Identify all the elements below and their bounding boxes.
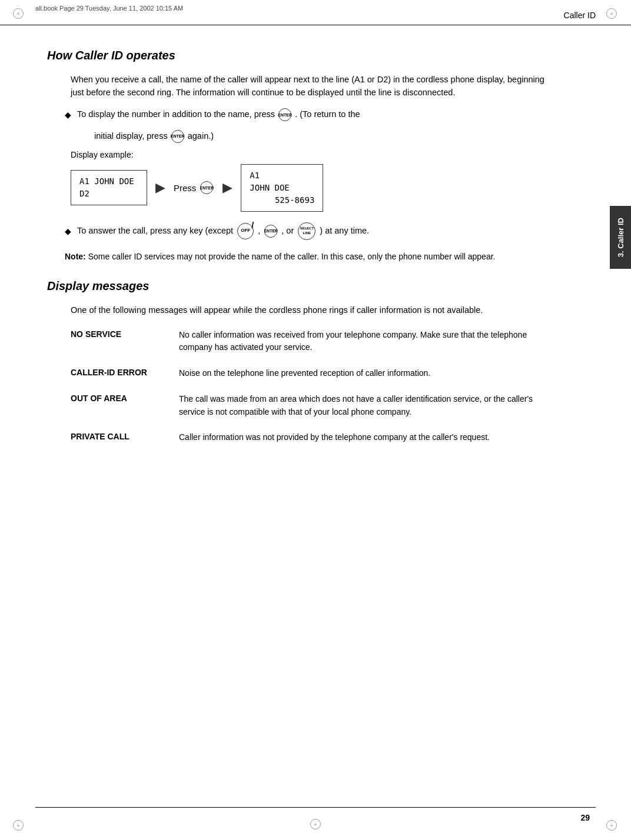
display-flow: A1 JOHN DOE D2 ▶ Press ENTER ▶ A1 JOHN D… [71, 164, 554, 212]
message-row-private-call: PRIVATE CALL Caller information was not … [71, 431, 543, 444]
bullet2-content: To answer the call, press any key (excep… [77, 222, 554, 240]
message-table: NO SERVICE No caller information was rec… [71, 329, 543, 444]
off-button-icon: OFF / [237, 223, 254, 239]
enter-button-inline-2: ENTER [171, 130, 184, 143]
bullet2-or: , or [281, 225, 294, 235]
note-bold: Note: [65, 252, 86, 261]
bullet2-text-after: ) at any time. [320, 225, 369, 235]
message-code-0: NO SERVICE [71, 329, 165, 339]
message-code-2: OUT OF AREA [71, 393, 165, 403]
message-code-3: PRIVATE CALL [71, 431, 165, 441]
message-desc-1: Noise on the telephone line prevented re… [179, 367, 543, 380]
section2-heading: Display messages [47, 279, 554, 293]
message-desc-3: Caller information was not provided by t… [179, 431, 543, 444]
page-header: Caller ID [0, 0, 631, 25]
message-row-out-of-area: OUT OF AREA The call was made from an ar… [71, 393, 543, 418]
display-example: Display example: A1 JOHN DOE D2 ▶ Press … [71, 150, 554, 212]
corner-mark-br [606, 820, 618, 832]
display-box2-line3: 525-8693 [250, 194, 314, 206]
indent-text-before: initial display, press [94, 131, 168, 140]
note-text-body: Some caller ID services may not provide … [88, 252, 496, 261]
bullet1-text-before: To display the number in addition to the… [77, 109, 275, 119]
display-box-2: A1 JOHN DOE 525-8693 [241, 164, 323, 212]
enter-button-inline-1: ENTER [278, 108, 291, 121]
section2-intro: One of the following messages will appea… [71, 304, 554, 316]
display-box1-line2: D2 [79, 188, 138, 200]
message-code-1: CALLER-ID ERROR [71, 367, 165, 377]
arrow-right-1: ▶ [155, 180, 165, 195]
bullet1-content: To display the number in addition to the… [77, 108, 554, 121]
section1-heading: How Caller ID operates [47, 49, 554, 62]
bullet-diamond-1: ◆ [65, 109, 71, 122]
bullet-diamond-2: ◆ [65, 225, 71, 238]
select-line-button: SELECTLINE [298, 222, 316, 240]
note: Note: Some caller ID services may not pr… [65, 251, 554, 264]
message-desc-0: No caller information was received from … [179, 329, 543, 354]
indent-line: initial display, press ENTER again.) [94, 130, 554, 143]
bullet1-text-after: . (To return to the [295, 109, 360, 119]
display-box-1: A1 JOHN DOE D2 [71, 170, 147, 205]
bullet2-text-before: To answer the call, press any key (excep… [77, 225, 233, 235]
arrow-right-2: ▶ [222, 180, 233, 195]
enter-button-display: ENTER [200, 181, 213, 194]
side-tab: 3. Caller ID [610, 206, 631, 269]
display-box2-line1: A1 [250, 169, 314, 182]
display-box1-line1: A1 JOHN DOE [79, 175, 138, 188]
message-desc-2: The call was made from an area which doe… [179, 393, 543, 418]
meta-line: all.book Page 29 Tuesday, June 11, 2002 … [35, 5, 183, 12]
header-title: Caller ID [564, 11, 596, 20]
side-tab-label: 3. Caller ID [616, 218, 625, 257]
display-example-label: Display example: [71, 150, 554, 159]
enter-button-bullet2: ENTER [264, 225, 277, 238]
corner-mark-tl [13, 8, 25, 20]
press-enter-label: Press ENTER [174, 181, 214, 194]
page-number: 29 [580, 813, 590, 822]
display-box2-line2: JOHN DOE [250, 182, 314, 194]
bottom-divider [35, 807, 596, 808]
main-content: How Caller ID operates When you receive … [0, 25, 607, 486]
bullet2: ◆ To answer the call, press any key (exc… [65, 222, 554, 240]
bullet2-comma: , [258, 225, 260, 235]
bullet1: ◆ To display the number in addition to t… [65, 108, 554, 122]
corner-mark-bl [13, 820, 25, 832]
section1-body: When you receive a call, the name of the… [71, 73, 554, 99]
message-row-no-service: NO SERVICE No caller information was rec… [71, 329, 543, 354]
corner-mark-tr [606, 8, 618, 20]
bottom-center-mark [310, 819, 321, 829]
indent-text-after: again.) [188, 131, 214, 140]
press-text: Press [174, 183, 196, 193]
message-row-caller-id-error: CALLER-ID ERROR Noise on the telephone l… [71, 367, 543, 380]
